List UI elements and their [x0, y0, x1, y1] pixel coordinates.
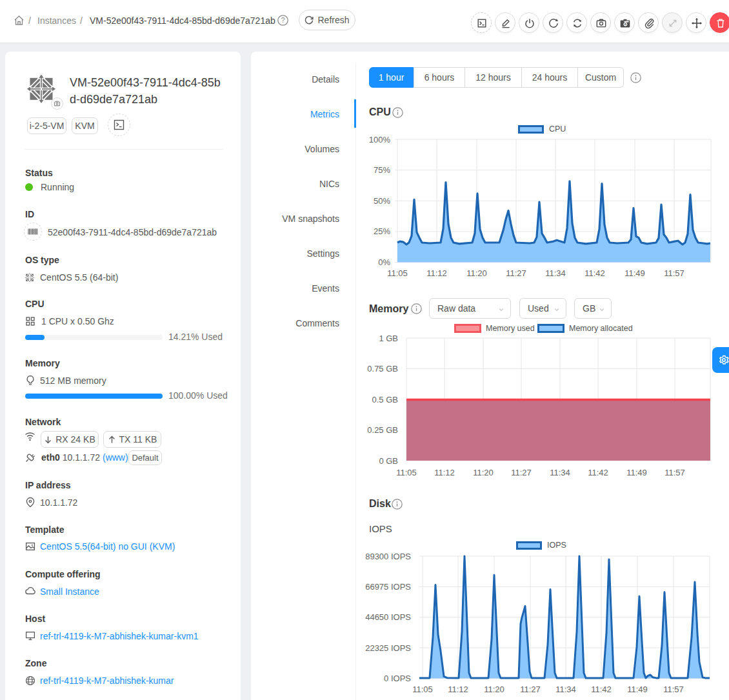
svg-text:11:27: 11:27: [506, 268, 526, 278]
svg-text:11:12: 11:12: [434, 468, 455, 477]
svg-text:100%: 100%: [369, 135, 391, 145]
svg-text:11:42: 11:42: [591, 685, 612, 694]
svg-text:22325 IOPS: 22325 IOPS: [365, 643, 411, 653]
svg-text:25%: 25%: [374, 226, 390, 236]
svg-text:11:42: 11:42: [588, 468, 608, 477]
svg-text:50%: 50%: [374, 196, 390, 206]
svg-text:1 GB: 1 GB: [379, 334, 398, 343]
svg-text:0.5 GB: 0.5 GB: [372, 395, 398, 405]
svg-text:11:05: 11:05: [412, 685, 433, 694]
svg-text:11:12: 11:12: [426, 268, 447, 278]
svg-text:11:49: 11:49: [624, 268, 645, 278]
svg-text:0 GB: 0 GB: [379, 456, 398, 466]
svg-text:11:20: 11:20: [484, 685, 504, 694]
svg-text:89300 IOPS: 89300 IOPS: [365, 552, 411, 561]
svg-text:11:27: 11:27: [511, 468, 532, 477]
svg-text:0.75 GB: 0.75 GB: [367, 364, 398, 374]
svg-text:66975 IOPS: 66975 IOPS: [365, 582, 411, 592]
svg-text:11:34: 11:34: [545, 268, 566, 278]
svg-text:11:27: 11:27: [520, 685, 541, 694]
svg-text:11:49: 11:49: [626, 468, 647, 477]
svg-text:11:34: 11:34: [555, 685, 576, 694]
svg-text:11:42: 11:42: [584, 268, 605, 278]
svg-text:11:57: 11:57: [664, 268, 684, 278]
svg-text:11:12: 11:12: [448, 685, 468, 694]
svg-text:11:57: 11:57: [664, 468, 685, 477]
svg-text:0.25 GB: 0.25 GB: [367, 425, 398, 435]
svg-text:11:20: 11:20: [466, 268, 487, 278]
svg-text:11:05: 11:05: [387, 268, 408, 278]
svg-text:11:20: 11:20: [473, 468, 494, 477]
svg-text:0%: 0%: [378, 257, 390, 267]
svg-text:0 IOPS: 0 IOPS: [384, 674, 411, 683]
svg-text:11:34: 11:34: [550, 468, 570, 477]
svg-text:44650 IOPS: 44650 IOPS: [365, 612, 411, 622]
svg-text:75%: 75%: [374, 165, 390, 175]
svg-text:?: ?: [281, 16, 285, 24]
svg-text:11:05: 11:05: [396, 468, 417, 477]
svg-text:11:57: 11:57: [663, 685, 684, 694]
svg-text:11:49: 11:49: [627, 685, 648, 694]
